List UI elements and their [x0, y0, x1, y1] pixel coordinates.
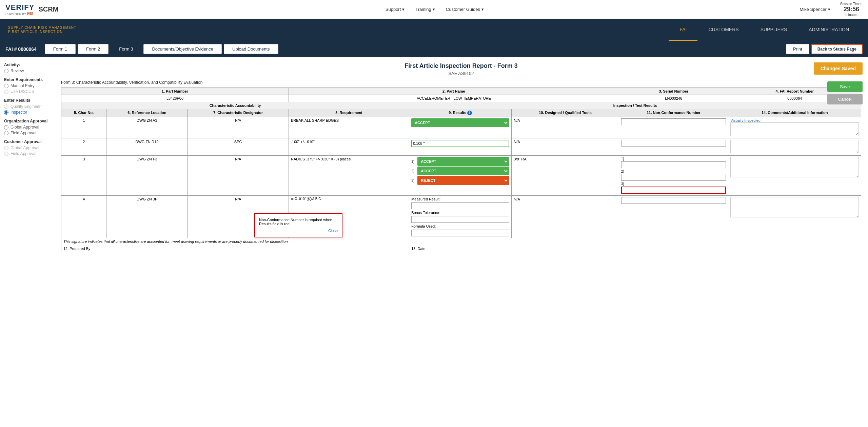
row1-nc[interactable] [619, 117, 728, 138]
row2-comments-input[interactable] [730, 140, 859, 153]
save-button[interactable]: Save [827, 81, 863, 92]
row3-label1: 1) [411, 160, 416, 163]
results-info-icon[interactable]: i [467, 111, 472, 115]
cust-field-radio [4, 152, 8, 156]
formula-used-label: Formula Used: [411, 224, 509, 228]
nav-links: Support ▾ Training ▾ Customer Guides ▾ [70, 7, 800, 12]
row1-comments[interactable]: Visually Inspected [728, 117, 861, 138]
th-nc-number: 11. Non-Conformance Number [619, 109, 728, 117]
sidebar-use-discus: Use DISCUS [4, 89, 50, 94]
row3-label3: 3) [411, 179, 416, 182]
row3-comments-input[interactable] [730, 157, 859, 177]
table-row: 4 DWG ZN 3F N/A ⊕ Ø .010" M A B C Measur… [61, 196, 861, 238]
logo: VERIFY POWERED BY IVIS [5, 3, 34, 16]
row2-nc[interactable] [619, 138, 728, 156]
row4-comments-input[interactable] [730, 197, 859, 217]
row1-result[interactable]: ACCEPT REJECT [409, 117, 512, 138]
nav-customers[interactable]: CUSTOMERS [697, 19, 749, 41]
row4-bonus-input[interactable] [411, 216, 509, 223]
row3-result2-group: 2) ACCEPTREJECT [411, 167, 509, 175]
changes-saved-button[interactable]: Changes Saved [814, 62, 863, 75]
prepared-by-label: 12. Prepared By [61, 245, 409, 252]
row1-nc-input[interactable] [621, 118, 726, 125]
sidebar-inspector[interactable]: Inspector [4, 110, 50, 115]
row3-comments[interactable] [728, 156, 861, 196]
row3-results[interactable]: 1) ACCEPTREJECT 2) ACCEPTREJECT [409, 156, 512, 196]
row3-tools: 3/8" RA [512, 156, 619, 196]
print-button[interactable]: Print [786, 44, 809, 54]
tab-form3[interactable]: Form 3 [111, 44, 141, 54]
main-navigation: SUPPLY CHAIN RISK MANAGEMENT FIRST ARTIC… [0, 19, 868, 41]
field-approval-radio[interactable] [4, 131, 8, 135]
inspector-radio[interactable] [4, 110, 8, 115]
row2-tools: N/A [512, 138, 619, 156]
cust-global-radio [4, 146, 8, 150]
tab-upload[interactable]: Upload Documents [224, 44, 278, 54]
global-approval-radio[interactable] [4, 125, 8, 130]
table-row: 1 DWG ZN A3 N/A BREAK ALL SHARP EDGES AC… [61, 117, 861, 138]
row4-formula-input[interactable] [411, 230, 509, 236]
row4-result[interactable]: Measured Result: Bonus Tolerance: Formul… [409, 196, 512, 238]
row2-refloc: DWG ZN D12 [106, 138, 188, 156]
th-designed-tools: 10. Designed / Qualified Tools [512, 109, 619, 117]
row2-result-input[interactable] [411, 140, 509, 147]
tab-documents[interactable]: Documents/Objective Evidence [143, 44, 222, 54]
row2-comments[interactable] [728, 138, 861, 156]
form-description: Form 3: Characteristic Accountability, V… [61, 80, 861, 85]
top-navigation: VERIFY POWERED BY IVIS SCRM Support ▾ Tr… [0, 0, 868, 19]
row4-nc[interactable] [619, 196, 728, 238]
main-nav-items: FAI CUSTOMERS SUPPLIERS ADMINISTRATION [669, 19, 860, 41]
row3-nc2-input[interactable] [621, 174, 726, 181]
row1-refloc: DWG ZN A3 [106, 117, 188, 138]
cancel-button[interactable]: Cancel [827, 94, 863, 104]
user-menu[interactable]: Mike Spencer ▾ [800, 7, 830, 12]
sidebar-field-approval[interactable]: Field Approval [4, 131, 50, 135]
row3-label2: 2) [411, 169, 416, 173]
prepared-row: 12. Prepared By 13. Date [61, 245, 861, 252]
enter-requirements-label: Enter Requirements [4, 77, 50, 82]
serial-number-value: LN000246 [619, 95, 728, 102]
logo-ivis: IVIS [27, 12, 33, 16]
review-radio[interactable] [4, 69, 8, 73]
sidebar-review[interactable]: Review [4, 69, 50, 73]
row1-result-select[interactable]: ACCEPT REJECT [411, 118, 509, 127]
sidebar-manual-entry[interactable]: Manual Entry [4, 83, 50, 88]
part-name-header: 2. Part Name [289, 88, 619, 95]
tab-form2[interactable]: Form 2 [78, 44, 108, 54]
row4-comments[interactable] [728, 196, 861, 238]
manual-entry-radio[interactable] [4, 84, 8, 88]
row2-nc-input[interactable] [621, 140, 726, 147]
row3-result2-select[interactable]: ACCEPTREJECT [417, 167, 509, 175]
row1-comments-input[interactable] [730, 122, 859, 136]
row4-nc-input[interactable] [621, 197, 726, 204]
sidebar-global-approval[interactable]: Global Approval [4, 125, 50, 130]
nav-suppliers[interactable]: SUPPLIERS [750, 19, 798, 41]
row3-nc-label1: 1) [621, 157, 726, 161]
tab-form1[interactable]: Form 1 [45, 44, 76, 54]
nav-administration[interactable]: ADMINISTRATION [798, 19, 860, 41]
row2-result[interactable] [409, 138, 512, 156]
part-info-header: 1. Part Number 2. Part Name 3. Serial Nu… [61, 88, 861, 95]
row3-nc[interactable]: 1) 2) 3) [619, 156, 728, 196]
row3-result1-select[interactable]: ACCEPTREJECT [417, 157, 509, 166]
row4-measured-input[interactable] [411, 202, 509, 209]
row3-requirement: RADIUS .375" +/- .030" X (3) places [289, 156, 409, 196]
nav-fai[interactable]: FAI [669, 19, 697, 41]
row3-nc3-input[interactable] [621, 187, 726, 194]
row3-charno: 3 [61, 156, 106, 196]
training-nav[interactable]: Training ▾ [415, 7, 435, 12]
support-nav[interactable]: Support ▾ [386, 7, 405, 12]
signature-text: This signature indicates that all charac… [61, 238, 861, 245]
row3-result3-select[interactable]: ACCEPTREJECT [417, 176, 509, 185]
back-to-status-button[interactable]: Back to Status Page [811, 44, 863, 54]
th-chardesig: 7. Characteristic Designator [188, 109, 289, 117]
table-row: 3 DWG ZN F3 N/A RADIUS .375" +/- .030" X… [61, 156, 861, 196]
form-subtitle: SAE AS9102 [61, 71, 861, 76]
sidebar-enter-results: Enter Results Quality Engineer Inspector [4, 98, 50, 115]
customer-guides-nav[interactable]: Customer Guides ▾ [446, 7, 484, 12]
nc-popup-close[interactable]: Close [259, 229, 338, 233]
sidebar-quality-engineer: Quality Engineer [4, 104, 50, 109]
row3-nc1-input[interactable] [621, 161, 726, 168]
activity-label: Activity: [4, 62, 50, 67]
logo-powered-by: POWERED BY IVIS [5, 12, 34, 16]
